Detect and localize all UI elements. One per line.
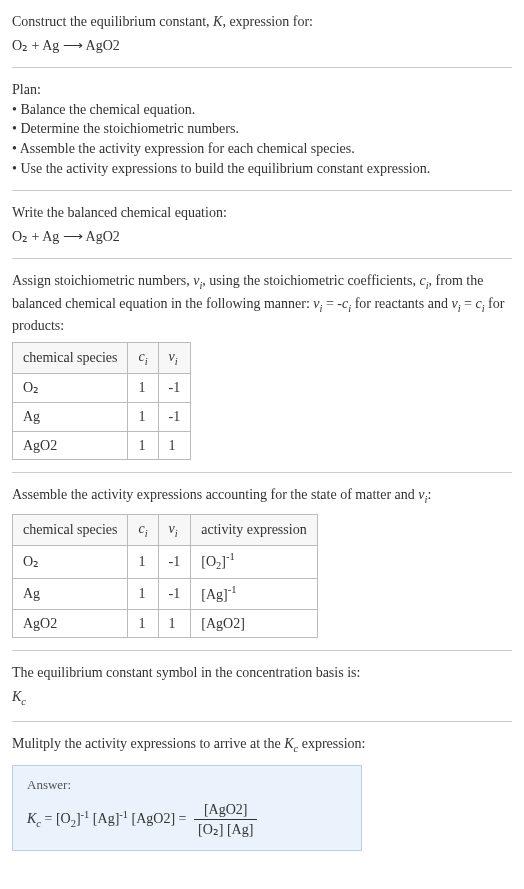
plan-item-text: Assemble the activity expression for eac… — [20, 141, 355, 156]
cell-species: AgO2 — [13, 431, 128, 460]
assign-section: Assign stoichiometric numbers, νi, using… — [12, 271, 512, 460]
col-species: chemical species — [13, 514, 128, 545]
multiply-text: Mulitply the activity expressions to arr… — [12, 734, 512, 756]
cell-v: -1 — [158, 579, 191, 609]
cell-c: 1 — [128, 609, 158, 638]
divider — [12, 258, 512, 259]
cell-c: 1 — [128, 546, 158, 579]
activity-table: chemical species ci νi activity expressi… — [12, 514, 318, 638]
plan-item-text: Determine the stoichiometric numbers. — [20, 121, 239, 136]
plan-item: • Use the activity expressions to build … — [12, 159, 512, 179]
table-row: Ag 1 -1 — [13, 402, 191, 431]
divider — [12, 472, 512, 473]
intro-text: Construct the equilibrium constant, K, e… — [12, 12, 512, 32]
table-row: O₂ 1 -1 [O2]-1 — [13, 546, 318, 579]
cell-species: AgO2 — [13, 609, 128, 638]
cell-species: O₂ — [13, 374, 128, 403]
cell-c: 1 — [128, 431, 158, 460]
cell-species: Ag — [13, 402, 128, 431]
table-row: AgO2 1 1 [AgO2] — [13, 609, 318, 638]
cell-species: O₂ — [13, 546, 128, 579]
fraction-numerator: [AgO2] — [194, 800, 257, 821]
divider — [12, 190, 512, 191]
cell-v: -1 — [158, 546, 191, 579]
col-species: chemical species — [13, 342, 128, 373]
col-vi: νi — [158, 514, 191, 545]
intro-equation: O₂ + Ag ⟶ AgO2 — [12, 36, 512, 56]
cell-c: 1 — [128, 374, 158, 403]
table-header-row: chemical species ci νi — [13, 342, 191, 373]
symbol-text: The equilibrium constant symbol in the c… — [12, 663, 512, 683]
plan-item: • Assemble the activity expression for e… — [12, 139, 512, 159]
fraction-denominator: [O₂] [Ag] — [194, 820, 257, 840]
divider — [12, 650, 512, 651]
plan-item: • Determine the stoichiometric numbers. — [12, 119, 512, 139]
answer-label: Answer: — [27, 776, 347, 794]
table-row: Ag 1 -1 [Ag]-1 — [13, 579, 318, 609]
table-row: AgO2 1 1 — [13, 431, 191, 460]
divider — [12, 67, 512, 68]
stoich-table: chemical species ci νi O₂ 1 -1 Ag 1 -1 A… — [12, 342, 191, 460]
col-ci: ci — [128, 342, 158, 373]
cell-v: 1 — [158, 609, 191, 638]
balanced-section: Write the balanced chemical equation: O₂… — [12, 203, 512, 246]
plan-item-text: Use the activity expressions to build th… — [20, 161, 430, 176]
col-expr: activity expression — [191, 514, 317, 545]
assign-text: Assign stoichiometric numbers, νi, using… — [12, 271, 512, 336]
col-vi: νi — [158, 342, 191, 373]
activity-section: Assemble the activity expressions accoun… — [12, 485, 512, 638]
activity-text: Assemble the activity expressions accoun… — [12, 485, 512, 507]
symbol-value: Kc — [12, 687, 512, 709]
table-header-row: chemical species ci νi activity expressi… — [13, 514, 318, 545]
cell-v: -1 — [158, 374, 191, 403]
col-ci: ci — [128, 514, 158, 545]
plan-section: Plan: • Balance the chemical equation. •… — [12, 80, 512, 178]
answer-box: Answer: Kc = [O2]-1 [Ag]-1 [AgO2] = [AgO… — [12, 765, 362, 851]
divider — [12, 721, 512, 722]
multiply-section: Mulitply the activity expressions to arr… — [12, 734, 512, 851]
table-row: O₂ 1 -1 — [13, 374, 191, 403]
cell-species: Ag — [13, 579, 128, 609]
cell-v: -1 — [158, 402, 191, 431]
plan-heading: Plan: — [12, 80, 512, 100]
symbol-section: The equilibrium constant symbol in the c… — [12, 663, 512, 709]
plan-item: • Balance the chemical equation. — [12, 100, 512, 120]
cell-expr: [AgO2] — [191, 609, 317, 638]
answer-expression: Kc = [O2]-1 [Ag]-1 [AgO2] = [AgO2] [O₂] … — [27, 800, 347, 840]
fraction: [AgO2] [O₂] [Ag] — [194, 800, 257, 840]
cell-v: 1 — [158, 431, 191, 460]
cell-expr: [Ag]-1 — [191, 579, 317, 609]
balanced-heading: Write the balanced chemical equation: — [12, 203, 512, 223]
cell-c: 1 — [128, 402, 158, 431]
balanced-equation: O₂ + Ag ⟶ AgO2 — [12, 227, 512, 247]
cell-expr: [O2]-1 — [191, 546, 317, 579]
cell-c: 1 — [128, 579, 158, 609]
intro-section: Construct the equilibrium constant, K, e… — [12, 12, 512, 55]
plan-item-text: Balance the chemical equation. — [20, 102, 195, 117]
